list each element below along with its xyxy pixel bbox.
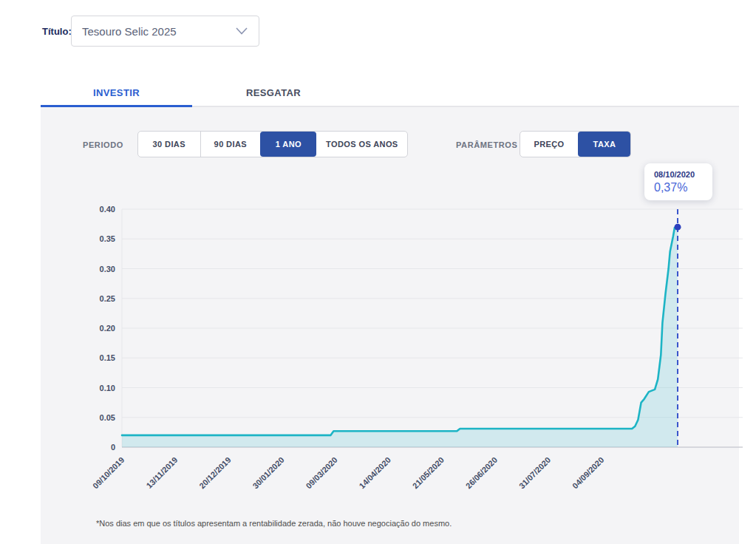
footnote: *Nos dias em que os títulos apresentam a…: [96, 519, 452, 528]
rate-history-chart[interactable]: 00.050.100.150.200.250.300.350.4009/10/2…: [33, 166, 743, 517]
parameter-option-preco[interactable]: PREÇO: [520, 132, 578, 157]
x-tick-label: 20/12/2019: [197, 455, 232, 490]
y-tick-label: 0.10: [100, 384, 115, 392]
series-line: [122, 227, 678, 435]
period-button-group: 30 DIAS 90 DIAS 1 ANO TODOS OS ANOS: [137, 131, 408, 157]
y-tick-label: 0.35: [100, 234, 115, 243]
x-tick-label: 14/04/2020: [358, 455, 392, 490]
chart-tooltip: 08/10/2020 0,37%: [644, 163, 712, 200]
tab-resgatar[interactable]: RESGATAR: [192, 81, 355, 107]
parameter-option-taxa[interactable]: TAXA: [578, 132, 630, 157]
y-tick-label: 0.25: [100, 294, 115, 303]
tooltip-date: 08/10/2020: [654, 170, 703, 179]
period-option-30-dias[interactable]: 30 DIAS: [138, 132, 200, 157]
x-tick-label: 26/06/2020: [464, 455, 499, 490]
period-option-1-ano[interactable]: 1 ANO: [260, 132, 316, 157]
highlight-dot: [675, 224, 681, 231]
period-label: PERIODO: [83, 140, 123, 149]
x-tick-label: 09/10/2019: [91, 455, 126, 490]
x-tick-label: 04/09/2020: [571, 455, 605, 490]
y-tick-label: 0.20: [100, 324, 115, 333]
titulo-select-value: Tesouro Selic 2025: [82, 25, 235, 38]
y-tick-label: 0.30: [100, 265, 115, 273]
y-tick-label: 0: [111, 443, 115, 452]
x-tick-label: 13/11/2019: [145, 455, 180, 490]
parameters-button-group: PREÇO TAXA: [520, 131, 631, 157]
tooltip-value: 0,37%: [654, 181, 703, 194]
parameters-label: PARÂMETROS: [456, 140, 517, 149]
y-tick-label: 0.40: [100, 205, 115, 214]
tab-bar: INVESTIR RESGATAR: [41, 81, 739, 107]
x-tick-label: 21/05/2020: [411, 455, 446, 490]
tab-investir[interactable]: INVESTIR: [41, 81, 192, 107]
tesouro-direto-chart-page: Título: Tesouro Selic 2025 INVESTIR RESG…: [0, 0, 756, 544]
x-tick-label: 09/03/2020: [304, 455, 338, 490]
x-tick-label: 30/01/2020: [251, 455, 285, 490]
x-tick-label: 31/07/2020: [517, 455, 552, 490]
chevron-down-icon: [235, 27, 248, 35]
period-option-90-dias[interactable]: 90 DIAS: [200, 132, 261, 157]
series-area: [122, 227, 678, 447]
titulo-label: Título:: [42, 26, 72, 37]
y-tick-label: 0.05: [100, 413, 115, 422]
titulo-select[interactable]: Tesouro Selic 2025: [71, 16, 259, 47]
y-tick-label: 0.15: [100, 353, 115, 362]
period-option-todos-os-anos[interactable]: TODOS OS ANOS: [316, 132, 407, 157]
